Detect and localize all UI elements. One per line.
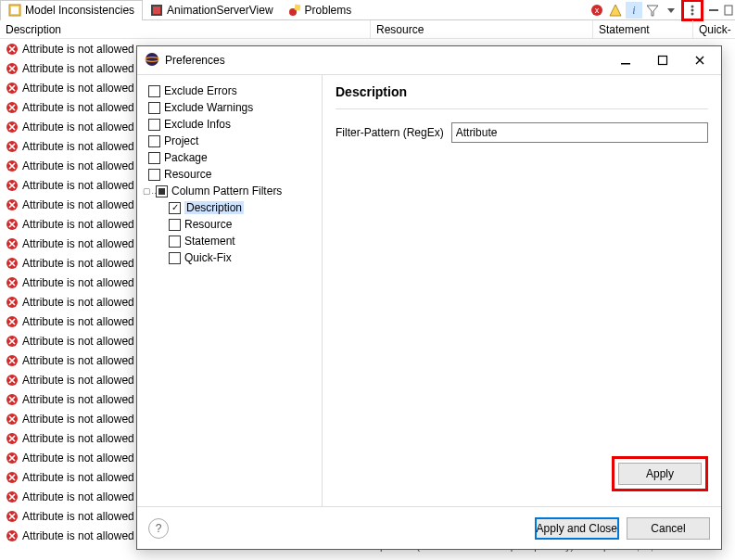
checkbox[interactable] (148, 85, 160, 97)
dialog-titlebar[interactable]: Preferences (137, 46, 721, 74)
error-icon (6, 179, 19, 192)
row-text: Attribute is not allowed (22, 218, 134, 231)
svg-rect-46 (659, 57, 667, 65)
error-icon (6, 432, 19, 445)
column-quickfix[interactable]: Quick- (693, 20, 735, 38)
svg-point-13 (691, 8, 694, 11)
detail-heading: Description (336, 84, 708, 109)
tree-item-exclude-infos[interactable]: Exclude Infos (143, 116, 316, 133)
column-statement[interactable]: Statement (593, 20, 693, 38)
checkbox[interactable] (148, 102, 160, 114)
row-text: Attribute is not allowed (22, 335, 134, 348)
checkbox[interactable] (148, 169, 160, 181)
collapse-icon[interactable]: ▢… (143, 186, 152, 196)
info-filter-button[interactable]: i (626, 2, 642, 19)
row-text: Attribute is not allowed (22, 159, 134, 172)
tab-label: Problems (305, 4, 352, 17)
tree-item-resource[interactable]: Resource (143, 166, 316, 183)
error-icon (6, 393, 19, 406)
svg-text:x: x (595, 6, 600, 15)
error-icon (6, 490, 19, 503)
tree-item-description[interactable]: Description (143, 199, 316, 216)
row-text: Attribute is not allowed (22, 374, 134, 387)
eclipse-icon (145, 52, 159, 70)
cancel-button[interactable]: Cancel (627, 517, 710, 540)
row-text: Attribute is not allowed (22, 62, 134, 75)
error-icon (6, 43, 19, 56)
column-headers: Description Resource Statement Quick- (0, 20, 735, 39)
error-icon (6, 121, 19, 134)
error-icon (6, 413, 19, 426)
error-icon (6, 159, 19, 172)
row-text: Attribute is not allowed (22, 82, 134, 95)
filter-pattern-input[interactable] (451, 122, 708, 143)
checkbox[interactable] (169, 219, 181, 231)
row-text: Attribute is not allowed (22, 296, 134, 309)
row-text: Attribute is not allowed (22, 276, 134, 289)
tree-item-statement[interactable]: Statement (143, 233, 316, 249)
row-text: Attribute is not allowed (22, 140, 134, 153)
dropdown-arrow-icon[interactable] (663, 2, 679, 19)
row-text: Attribute is not allowed (22, 257, 134, 270)
checkbox-mixed[interactable] (156, 185, 168, 197)
problems-icon (288, 4, 301, 17)
error-icon (6, 296, 19, 309)
svg-marker-10 (647, 6, 658, 16)
tree-item-quickfix[interactable]: Quick-Fix (143, 249, 316, 266)
error-icon (6, 140, 19, 153)
tree-item-project[interactable]: Project (143, 133, 316, 149)
minimize-view-icon[interactable] (705, 2, 722, 19)
error-icon (6, 452, 19, 465)
checkbox[interactable] (148, 135, 160, 147)
tab-problems[interactable]: Problems (281, 0, 360, 20)
help-icon[interactable]: ? (148, 518, 169, 539)
tree-item-exclude-errors[interactable]: Exclude Errors (143, 83, 316, 99)
row-text: Attribute is not allowed (22, 432, 134, 445)
tab-model-inconsistencies[interactable]: Model Inconsistencies (0, 0, 143, 20)
error-icon (6, 276, 19, 289)
tree-item-exclude-warnings[interactable]: Exclude Warnings (143, 99, 316, 116)
dialog-footer: ? Apply and Close Cancel (137, 506, 721, 549)
svg-rect-1 (11, 6, 19, 14)
view-menu-button[interactable] (684, 2, 701, 19)
maximize-button[interactable] (647, 49, 678, 71)
tree-item-package[interactable]: Package (143, 149, 316, 166)
view-toolbar: x i (589, 0, 735, 21)
column-resource[interactable]: Resource (371, 20, 593, 38)
apply-and-close-button[interactable]: Apply and Close (535, 517, 619, 540)
row-text: Attribute is not allowed (22, 452, 134, 465)
detail-pane: Description Filter-Pattern (RegEx) Apply (323, 75, 721, 506)
errors-filter-button[interactable]: x (589, 2, 605, 19)
row-text: Attribute is not allowed (22, 315, 134, 328)
error-icon (6, 101, 19, 114)
error-icon (6, 62, 19, 75)
filter-tree: Exclude Errors Exclude Warnings Exclude … (137, 75, 323, 506)
svg-marker-11 (667, 8, 675, 13)
view-menu-highlight (681, 0, 703, 21)
column-description[interactable]: Description (0, 20, 371, 38)
tree-item-child-resource[interactable]: Resource (143, 216, 316, 233)
error-icon (6, 198, 19, 211)
svg-point-43 (146, 53, 158, 66)
close-button[interactable] (684, 49, 716, 71)
checkbox[interactable] (169, 235, 181, 248)
apply-button[interactable]: Apply (618, 463, 702, 485)
checkbox-checked[interactable] (169, 202, 181, 214)
checkbox[interactable] (148, 152, 160, 164)
error-icon (6, 257, 19, 270)
minimize-button[interactable] (610, 49, 641, 71)
warnings-filter-button[interactable] (607, 2, 624, 19)
maximize-view-icon[interactable] (724, 2, 733, 19)
tree-item-column-filters[interactable]: ▢… Column Pattern Filters (143, 183, 316, 199)
svg-text:i: i (632, 4, 635, 17)
error-icon (6, 218, 19, 231)
checkbox[interactable] (169, 252, 181, 264)
row-text: Attribute is not allowed (22, 43, 134, 56)
tab-animation-server-view[interactable]: AnimationServerView (143, 0, 281, 20)
filter-pattern-label: Filter-Pattern (RegEx) (336, 126, 444, 139)
checkbox[interactable] (148, 119, 160, 131)
error-icon (6, 510, 19, 523)
error-icon (6, 354, 19, 367)
filter-icon[interactable] (644, 2, 661, 19)
row-text: Attribute is not allowed (22, 471, 134, 484)
